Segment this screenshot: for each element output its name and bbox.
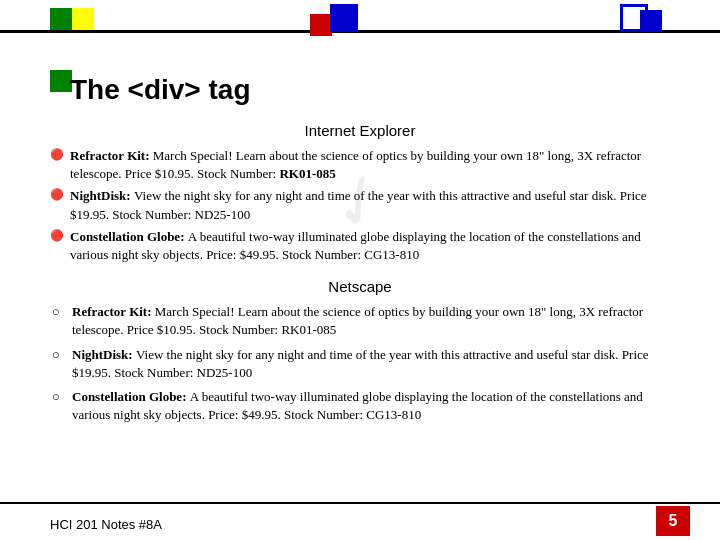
netscape-section-header: Netscape [50,278,670,295]
list-item: Refractor Kit: March Special! Learn abou… [50,303,670,339]
list-item: NightDisk: View the night sky for any ni… [50,187,670,223]
item-label: Constellation Globe: [72,389,190,404]
list-item: NightDisk: View the night sky for any ni… [50,346,670,382]
page-title: The <div> tag [70,74,670,106]
list-item: Constellation Globe: A beautiful two-way… [50,228,670,264]
yellow-square-top [72,8,94,30]
ie-section: Internet Explorer Refractor Kit: March S… [50,122,670,264]
page-number-badge: 5 [656,506,690,536]
item-label: NightDisk: [70,188,134,203]
list-item: Constellation Globe: A beautiful two-way… [50,388,670,424]
item-label: NightDisk: [72,347,136,362]
blue-solid-square-top [640,10,662,32]
item-label: Constellation Globe: [70,229,188,244]
ie-section-header: Internet Explorer [50,122,670,139]
item-text: View the night sky for any night and tim… [70,188,647,221]
red-square-top [310,14,332,36]
ie-list: Refractor Kit: March Special! Learn abou… [50,147,670,264]
green-square-top [50,8,72,30]
netscape-list: Refractor Kit: March Special! Learn abou… [50,303,670,424]
item-label: Refractor Kit: [72,304,155,319]
footer-text: HCI 201 Notes #8A [50,517,162,532]
item-text: View the night sky for any night and tim… [72,347,649,380]
top-line [0,30,720,33]
item-label: Refractor Kit: [70,148,153,163]
item-text: March Special! Learn about the science o… [70,148,641,181]
netscape-section: Netscape Refractor Kit: March Special! L… [50,278,670,424]
list-item: Refractor Kit: March Special! Learn abou… [50,147,670,183]
main-content: The <div> tag Internet Explorer Refracto… [0,60,720,448]
bottom-bar: HCI 201 Notes #8A 5 [0,502,720,540]
item-text: March Special! Learn about the science o… [72,304,643,337]
blue-square-top [330,4,358,32]
top-bar [0,0,720,60]
